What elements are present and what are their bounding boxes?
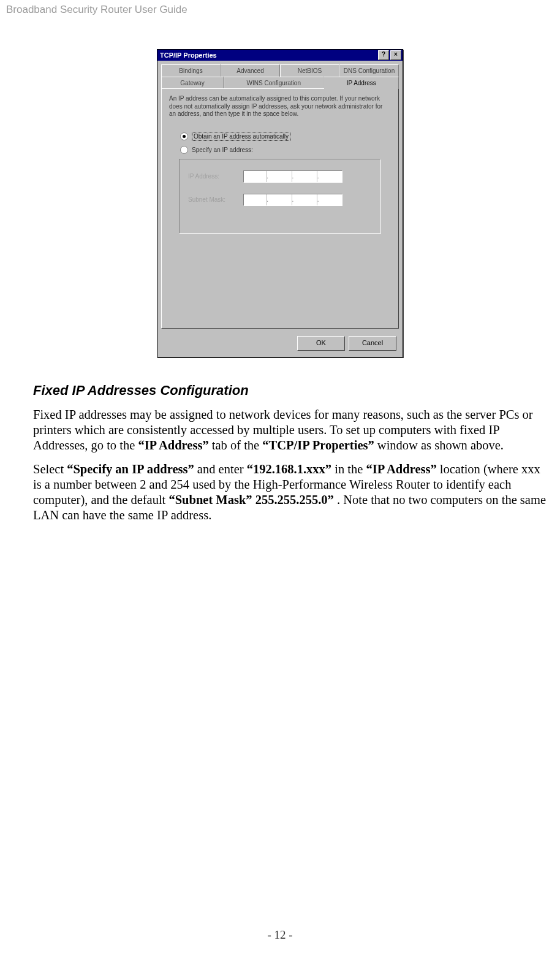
help-button[interactable]: ?: [378, 50, 389, 60]
page-header: Broadband Security Router User Guide: [6, 4, 187, 16]
bold-ip-address: “IP Address”: [138, 438, 208, 452]
tab-row-back: Bindings Advanced NetBIOS DNS Configurat…: [161, 64, 399, 77]
dialog-button-bar: OK Cancel: [157, 332, 403, 357]
paragraph-1: Fixed IP addresses may be assigned to ne…: [33, 407, 548, 453]
tab-bindings[interactable]: Bindings: [161, 64, 221, 77]
radio-specify[interactable]: Specify an IP address:: [180, 146, 391, 154]
radio-auto-label: Obtain an IP address automatically: [192, 132, 290, 141]
text: in the: [335, 462, 366, 476]
tab-dns-configuration[interactable]: DNS Configuration: [339, 64, 399, 77]
ip-seg[interactable]: [269, 171, 292, 182]
ok-button[interactable]: OK: [297, 336, 345, 351]
ip-address-panel: An IP address can be automatically assig…: [161, 88, 399, 329]
text: and enter: [197, 462, 247, 476]
bold-subnet-mask: “Subnet Mask” 255.255.255.0”: [168, 493, 333, 506]
tab-advanced[interactable]: Advanced: [221, 64, 280, 77]
radio-obtain-auto[interactable]: Obtain an IP address automatically: [180, 132, 391, 141]
bold-specify-ip: “Specify an IP address”: [67, 462, 194, 476]
dialog-titlebar: TCP/IP Properties ? ×: [157, 50, 403, 61]
ip-seg[interactable]: [295, 194, 317, 205]
cancel-button[interactable]: Cancel: [349, 336, 396, 351]
text: window as shown above.: [377, 438, 504, 452]
ip-fields-group: IP Address: . . . Subnet Mask: . . .: [179, 159, 381, 234]
ip-address-label: IP Address:: [188, 173, 243, 180]
ip-seg[interactable]: [244, 171, 267, 182]
ip-seg[interactable]: [269, 194, 292, 205]
text: tab of the: [212, 438, 263, 452]
dialog-title: TCP/IP Properties: [160, 52, 217, 59]
ip-address-input[interactable]: . . .: [243, 170, 342, 183]
bold-ip-address-loc: “IP Address”: [366, 462, 436, 476]
ip-seg[interactable]: [320, 171, 342, 182]
tab-wins-configuration[interactable]: WINS Configuration: [224, 77, 324, 89]
tabs-area: Bindings Advanced NetBIOS DNS Configurat…: [157, 61, 403, 332]
ip-seg[interactable]: [244, 194, 267, 205]
document-body: Fixed IP Addresses Configuration Fixed I…: [33, 383, 548, 532]
panel-description: An IP address can be automatically assig…: [169, 95, 391, 118]
ip-seg[interactable]: [320, 194, 342, 205]
subnet-mask-row: Subnet Mask: . . .: [188, 194, 372, 206]
bold-ip-value: “192.168.1.xxx”: [247, 462, 331, 476]
radio-specify-label: Specify an IP address:: [192, 147, 253, 153]
subnet-mask-input[interactable]: . . .: [243, 194, 342, 206]
tab-netbios[interactable]: NetBIOS: [280, 64, 339, 77]
ip-address-row: IP Address: . . .: [188, 170, 372, 183]
radio-dot-icon: [183, 135, 186, 138]
page-number: - 12 -: [0, 928, 560, 942]
tcpip-properties-dialog: TCP/IP Properties ? × Bindings Advanced …: [157, 49, 403, 357]
radio-circle-icon: [180, 146, 188, 154]
tab-gateway[interactable]: Gateway: [161, 77, 224, 89]
ip-seg[interactable]: [295, 171, 317, 182]
tab-row-front: Gateway WINS Configuration IP Address: [161, 77, 399, 89]
section-heading: Fixed IP Addresses Configuration: [33, 383, 548, 399]
text: Select: [33, 462, 67, 476]
radio-circle-icon: [180, 132, 188, 140]
bold-tcpip-properties: “TCP/IP Properties”: [262, 438, 374, 452]
close-button[interactable]: ×: [390, 50, 401, 60]
paragraph-2: Select “Specify an IP address” and enter…: [33, 462, 548, 523]
tab-ip-address[interactable]: IP Address: [324, 77, 399, 89]
subnet-mask-label: Subnet Mask:: [188, 196, 243, 203]
